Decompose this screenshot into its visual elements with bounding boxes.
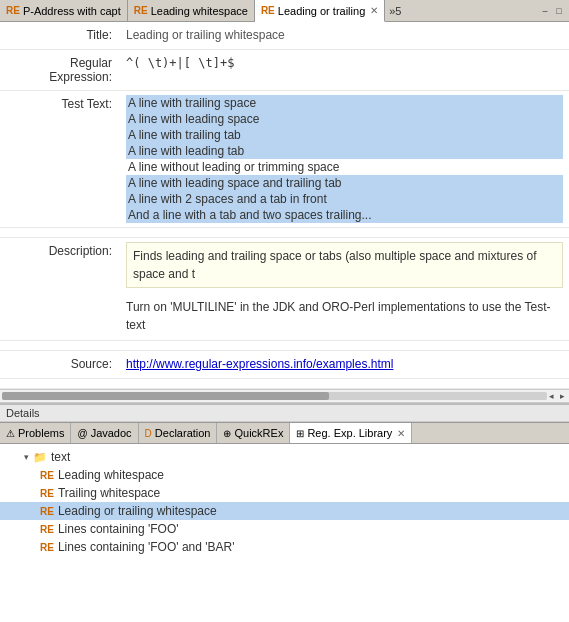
hscroll-thumb[interactable] <box>2 392 329 400</box>
hscroll-right-arrow[interactable]: ▸ <box>558 391 567 401</box>
title-value: Leading or trailing whitespace <box>120 22 569 48</box>
separator-row-2 <box>0 341 569 351</box>
test-line: A line with leading space <box>126 111 563 127</box>
tab-leading-trailing-close[interactable]: ✕ <box>370 5 378 16</box>
tab-problems[interactable]: ⚠ Problems <box>0 423 71 443</box>
hscroll-left-arrow[interactable]: ◂ <box>547 391 556 401</box>
test-line: A line with trailing space <box>126 95 563 111</box>
title-row: Title: Leading or trailing whitespace <box>0 22 569 50</box>
tab-quickrex[interactable]: ⊕ QuickREx <box>217 423 290 443</box>
tab-quickrex-label: QuickREx <box>234 427 283 439</box>
hscroll-arrows: ◂ ▸ <box>547 391 567 401</box>
hscroll-track[interactable] <box>2 392 547 400</box>
regexlib-icon: ⊞ <box>296 428 304 439</box>
regex-label: Regular Expression: <box>0 50 120 90</box>
tab-problems-label: Problems <box>18 427 64 439</box>
tab-declaration[interactable]: D Declaration <box>139 423 218 443</box>
tree-label-2: Trailing whitespace <box>58 486 160 500</box>
tab-regexlib-label: Reg. Exp. Library <box>307 427 392 439</box>
window-minimize-button[interactable]: – <box>539 5 551 17</box>
test-text-row: Test Text: A line with trailing space A … <box>0 91 569 228</box>
description-area: Finds leading and trailing space or tabs… <box>120 238 569 340</box>
regex-value: ^( \t)+|[ \t]+$ <box>120 50 569 76</box>
tab-overflow[interactable]: »5 <box>385 0 405 21</box>
window-controls: – □ <box>535 0 569 21</box>
declaration-icon: D <box>145 428 152 439</box>
tree-re-badge-2: RE <box>40 488 54 499</box>
details-panel-label: Details <box>0 405 569 422</box>
test-text-label: Test Text: <box>0 91 120 117</box>
title-label: Title: <box>0 22 120 48</box>
tab-bar: RE P-Address with capt RE Leading whites… <box>0 0 569 22</box>
folder-icon: 📁 <box>33 451 47 464</box>
quickrex-icon: ⊕ <box>223 428 231 439</box>
tree-re-badge-5: RE <box>40 542 54 553</box>
tree-item-leading-trailing[interactable]: RE Leading or trailing whitespace <box>0 502 569 520</box>
tree-root[interactable]: ▾ 📁 text <box>0 448 569 466</box>
tab-address-label: P-Address with capt <box>23 5 121 17</box>
tab-leading-ws-badge: RE <box>134 5 148 16</box>
description-row: Description: Finds leading and trailing … <box>0 238 569 341</box>
h-scrollbar[interactable]: ◂ ▸ <box>0 389 569 403</box>
tab-address[interactable]: RE P-Address with capt <box>0 0 128 21</box>
javadoc-icon: @ <box>77 428 87 439</box>
problems-icon: ⚠ <box>6 428 15 439</box>
tab-javadoc-label: Javadoc <box>91 427 132 439</box>
tree-re-badge-1: RE <box>40 470 54 481</box>
tree-item-trailing-ws[interactable]: RE Trailing whitespace <box>0 484 569 502</box>
tab-leading-trailing[interactable]: RE Leading or trailing ✕ <box>255 0 385 22</box>
tab-address-badge: RE <box>6 5 20 16</box>
test-line: And a line with a tab and two spaces tra… <box>126 207 563 223</box>
window-maximize-button[interactable]: □ <box>553 5 565 17</box>
tree-label-5: Lines containing 'FOO' and 'BAR' <box>58 540 235 554</box>
regex-row: Regular Expression: ^( \t)+|[ \t]+$ <box>0 50 569 91</box>
tree-re-badge-4: RE <box>40 524 54 535</box>
test-line: A line without leading or trimming space <box>126 159 563 175</box>
description-text-2: Turn on 'MULTILINE' in the JDK and ORO-P… <box>126 296 563 336</box>
tree-item-lines-foo-bar[interactable]: RE Lines containing 'FOO' and 'BAR' <box>0 538 569 556</box>
tree-root-label: text <box>51 450 70 464</box>
test-line: A line with leading space and trailing t… <box>126 175 563 191</box>
tab-leading-ws-label: Leading whitespace <box>151 5 248 17</box>
tree-item-lines-foo[interactable]: RE Lines containing 'FOO' <box>0 520 569 538</box>
lower-section: Details ⚠ Problems @ Javadoc D Declarati… <box>0 405 569 622</box>
separator-row-3 <box>0 379 569 389</box>
tree-label-4: Lines containing 'FOO' <box>58 522 179 536</box>
main-container: RE P-Address with capt RE Leading whites… <box>0 0 569 622</box>
source-row: Source: http://www.regular-expressions.i… <box>0 351 569 379</box>
tab-leading-trailing-badge: RE <box>261 5 275 16</box>
tree-re-badge-3: RE <box>40 506 54 517</box>
test-text-area: A line with trailing space A line with l… <box>120 91 569 227</box>
source-link[interactable]: http://www.regular-expressions.info/exam… <box>126 357 393 371</box>
tree-label-1: Leading whitespace <box>58 468 164 482</box>
separator-row <box>0 228 569 238</box>
tree-item-leading-ws[interactable]: RE Leading whitespace <box>0 466 569 484</box>
tree-expand-arrow[interactable]: ▾ <box>24 452 29 462</box>
tab-declaration-label: Declaration <box>155 427 211 439</box>
source-label: Source: <box>0 351 120 377</box>
tab-regexlib[interactable]: ⊞ Reg. Exp. Library ✕ <box>290 423 412 443</box>
tab-leading-trailing-label: Leading or trailing <box>278 5 365 17</box>
tab-javadoc[interactable]: @ Javadoc <box>71 423 138 443</box>
tree-label-3: Leading or trailing whitespace <box>58 504 217 518</box>
test-line: A line with trailing tab <box>126 127 563 143</box>
form-section: Title: Leading or trailing whitespace Re… <box>0 22 569 405</box>
tab-leading-whitespace[interactable]: RE Leading whitespace <box>128 0 255 21</box>
tab-regexlib-close[interactable]: ✕ <box>397 428 405 439</box>
description-text-1: Finds leading and trailing space or tabs… <box>126 242 563 288</box>
tree-view: ▾ 📁 text RE Leading whitespace RE Traili… <box>0 444 569 622</box>
test-line: A line with 2 spaces and a tab in front <box>126 191 563 207</box>
bottom-tab-bar: ⚠ Problems @ Javadoc D Declaration ⊕ Qui… <box>0 422 569 444</box>
source-value: http://www.regular-expressions.info/exam… <box>120 351 569 377</box>
test-line: A line with leading tab <box>126 143 563 159</box>
description-label: Description: <box>0 238 120 264</box>
